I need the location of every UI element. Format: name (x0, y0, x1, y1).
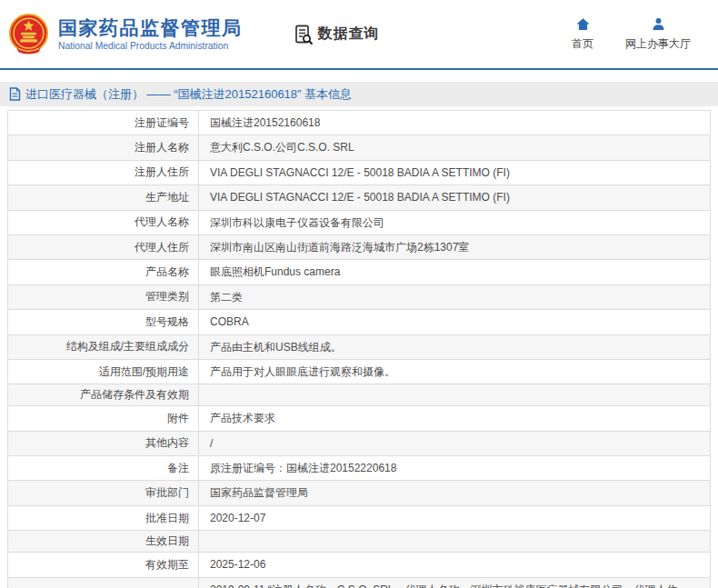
org-name-cn: 国家药品监督管理局 (58, 17, 243, 39)
row-value: 眼底照相机Fundus camera (199, 260, 711, 284)
row-value: 深圳市科以康电子仪器设备有限公司 (199, 210, 711, 234)
breadcrumb: 进口医疗器械（注册） —— “国械注进20152160618” 基本信息 (0, 82, 718, 106)
logo-titles: 国家药品监督管理局 National Medical Products Admi… (58, 17, 243, 51)
table-row: 适用范围/预期用途产品用于对人眼眼底进行观察和摄像。 (8, 359, 711, 384)
table-row: 注册证编号国械注进20152160618 (8, 111, 711, 135)
logo-block: 国家药品监督管理局 National Medical Products Admi… (8, 14, 243, 55)
nav-item-label: 网上办事大厅 (625, 36, 691, 52)
table-row: 批准日期2020-12-07 (8, 505, 711, 530)
table-row: 生产地址VIA DEGLI STAGNACCI 12/E - 50018 BAD… (8, 185, 711, 210)
row-label: 生效日期 (8, 531, 199, 553)
header-divider (0, 68, 718, 70)
row-label: 型号规格 (8, 310, 199, 334)
row-value (199, 531, 711, 553)
header-nav: 首页 网上办事大厅 (567, 16, 691, 52)
table-row: 有效期至2025-12-06 (8, 553, 711, 577)
row-label: 备注 (8, 456, 199, 481)
table-row: 产品储存条件及有效期 (8, 384, 711, 406)
table-row: 生效日期 (8, 531, 711, 553)
row-value: VIA DEGLI STAGNACCI 12/E - 50018 BADIA A… (199, 160, 711, 184)
national-emblem-logo (8, 14, 49, 55)
row-value: 意大利C.S.O.公司C.S.O. SRL (199, 135, 711, 160)
registration-info-table: 注册证编号国械注进20152160618注册人名称意大利C.S.O.公司C.S.… (7, 110, 711, 588)
row-value: 国械注进20152160618 (199, 111, 711, 135)
data-query-label: 数据查询 (318, 25, 380, 44)
row-label: 代理人名称 (8, 210, 199, 234)
row-value: VIA DEGLI STAGNACCI 12/E - 50018 BADIA A… (199, 185, 711, 210)
row-label: 管理类别 (8, 284, 199, 309)
row-label: 注册证编号 (8, 111, 199, 135)
org-name-en: National Medical Products Administration (58, 41, 243, 51)
row-value: 2019-09-11 “注册人名称：C.S.O. SRL；代理人名称：深圳市科裕… (199, 577, 711, 588)
row-label: 产品名称 (8, 260, 199, 284)
nav-item-home[interactable]: 首页 (567, 16, 598, 52)
row-label: 生产地址 (8, 185, 199, 210)
site-header: 国家药品监督管理局 National Medical Products Admi… (0, 0, 718, 68)
nav-item-service-hall[interactable]: 网上办事大厅 (625, 16, 691, 52)
row-label: 审批部门 (8, 481, 199, 505)
row-value: 深圳市南山区南山街道前海路泛海城市广场2栋1307室 (199, 234, 711, 259)
row-label: 批准日期 (8, 505, 199, 530)
row-value: 2025-12-06 (199, 553, 711, 577)
row-label: 附件 (8, 406, 199, 431)
table-row: 审批部门国家药品监督管理局 (8, 481, 711, 505)
table-row: 产品名称眼底照相机Fundus camera (8, 260, 711, 284)
row-value: / (199, 431, 711, 455)
row-value: 产品技术要求 (199, 406, 711, 431)
table-row: 代理人名称深圳市科以康电子仪器设备有限公司 (8, 210, 711, 234)
table-row: 注册人名称意大利C.S.O.公司C.S.O. SRL (8, 135, 711, 160)
row-label: 适用范围/预期用途 (8, 359, 199, 384)
row-value: 2020-12-07 (199, 505, 711, 530)
breadcrumb-text: 进口医疗器械（注册） —— “国械注进20152160618” 基本信息 (25, 86, 352, 103)
document-search-icon (293, 24, 314, 45)
row-label: 其他内容 (8, 431, 199, 455)
table-row: 代理人住所深圳市南山区南山街道前海路泛海城市广场2栋1307室 (8, 234, 711, 259)
table-row: 注册人住所VIA DEGLI STAGNACCI 12/E - 50018 BA… (8, 160, 711, 184)
row-value: 原注册证编号：国械注进20152220618 (199, 456, 711, 481)
table-row: 型号规格COBRA (8, 310, 711, 334)
row-label: 结构及组成/主要组成成分 (8, 334, 199, 359)
row-label: 注册人名称 (8, 135, 199, 160)
row-value: COBRA (199, 310, 711, 334)
table-row: 变更情况2019-09-11 “注册人名称：C.S.O. SRL；代理人名称：深… (8, 577, 711, 588)
nav-item-label: 首页 (572, 36, 593, 52)
row-label: 注册人住所 (8, 160, 199, 184)
table-row: 附件产品技术要求 (8, 406, 711, 431)
row-value: 国家药品监督管理局 (199, 481, 711, 505)
table-row: 管理类别第二类 (8, 284, 711, 309)
home-icon (575, 16, 591, 32)
row-label: 代理人住所 (8, 234, 199, 259)
table-row: 结构及组成/主要组成成分产品由主机和USB线组成。 (8, 334, 711, 359)
document-icon (9, 87, 21, 101)
row-value: 产品用于对人眼眼底进行观察和摄像。 (199, 359, 711, 384)
table-row: 其他内容/ (8, 431, 711, 455)
row-label: 变更情况 (8, 577, 199, 588)
user-icon (651, 16, 666, 32)
info-table-body: 注册证编号国械注进20152160618注册人名称意大利C.S.O.公司C.S.… (8, 111, 711, 588)
data-query-tab[interactable]: 数据查询 (293, 24, 380, 45)
row-value (199, 384, 711, 406)
row-value: 产品由主机和USB线组成。 (199, 334, 711, 359)
table-row: 备注原注册证编号：国械注进20152220618 (8, 456, 711, 481)
row-value: 第二类 (199, 284, 711, 309)
row-label: 产品储存条件及有效期 (8, 384, 199, 406)
row-label: 有效期至 (8, 553, 199, 577)
